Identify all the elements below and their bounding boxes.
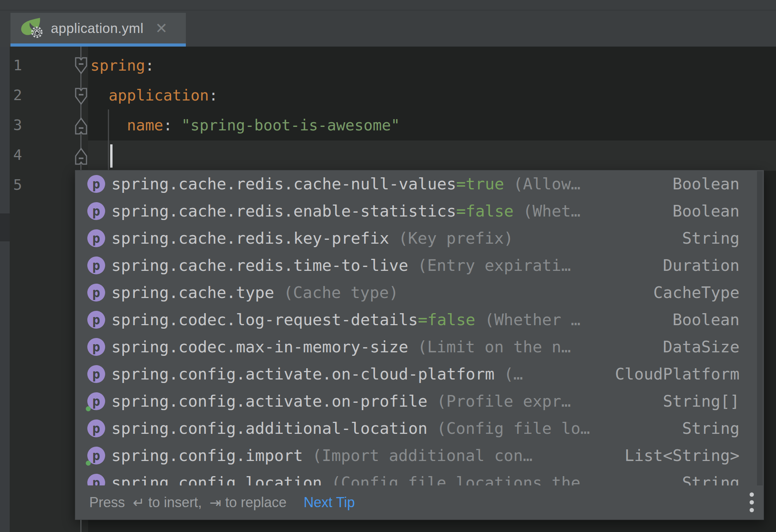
line-number: 4 bbox=[13, 140, 44, 170]
completion-item[interactable]: pspring.cache.redis.enable-statistics=fa… bbox=[75, 198, 764, 225]
property-name: spring.cache.type bbox=[111, 283, 274, 302]
hint-text: to replace bbox=[225, 494, 286, 511]
completion-list: pspring.cache.redis.cache-null-values=tr… bbox=[75, 170, 764, 486]
close-tab-icon[interactable]: ✕ bbox=[155, 20, 168, 37]
completion-item[interactable]: pspring.cache.redis.key-prefix(Key prefi… bbox=[75, 225, 764, 252]
enter-key-icon: ↵ bbox=[133, 495, 144, 511]
code-line-1: spring: bbox=[90, 50, 773, 80]
property-name: spring.cache.redis.enable-statistics bbox=[111, 202, 456, 220]
hint-text: to insert, bbox=[148, 494, 202, 511]
property-type: CacheType bbox=[653, 283, 764, 302]
property-description: (Limit on the n… bbox=[417, 338, 571, 356]
property-name: spring.cache.redis.key-prefix bbox=[111, 229, 389, 248]
property-type: Boolean bbox=[672, 310, 764, 329]
property-name: spring.config.import bbox=[111, 446, 303, 465]
property-type: String bbox=[682, 229, 764, 248]
completion-item[interactable]: pspring.codec.max-in-memory-size(Limit o… bbox=[75, 333, 764, 360]
property-description: (Import additional con… bbox=[312, 446, 533, 465]
completion-item[interactable]: pspring.config.additional-location(Confi… bbox=[75, 415, 764, 442]
completion-item[interactable]: pspring.codec.log-request-details=false(… bbox=[75, 306, 764, 333]
active-tab-indicator bbox=[10, 43, 186, 47]
property-icon: p bbox=[87, 311, 105, 329]
modified-dot-icon bbox=[86, 406, 91, 411]
yaml-string-value: "spring-boot-is-awesome" bbox=[181, 116, 400, 134]
property-default-value: =true bbox=[456, 175, 504, 193]
property-icon: p bbox=[87, 447, 105, 464]
spring-boot-file-icon bbox=[20, 17, 45, 40]
fold-marker-icon[interactable] bbox=[75, 87, 87, 105]
property-name: spring.cache.redis.time-to-live bbox=[111, 256, 408, 275]
property-description: (… bbox=[504, 365, 523, 383]
tab-application-yml[interactable]: application.yml ✕ bbox=[10, 13, 186, 43]
property-icon: p bbox=[87, 229, 105, 247]
fold-marker-icon[interactable] bbox=[75, 117, 87, 135]
tab-title: application.yml bbox=[51, 21, 144, 36]
completion-item[interactable]: pspring.config.location(Config file loca… bbox=[75, 469, 764, 486]
property-name: spring.config.additional-location bbox=[111, 419, 428, 438]
line-number: 5 bbox=[13, 170, 44, 200]
property-name: spring.cache.redis.cache-null-values bbox=[111, 175, 456, 193]
line-number: 3 bbox=[13, 110, 44, 140]
property-icon: p bbox=[87, 202, 105, 220]
tab-bar-seam bbox=[0, 10, 776, 10]
completion-item[interactable]: pspring.config.activate.on-profile(Profi… bbox=[75, 388, 764, 415]
completion-item[interactable]: pspring.config.import(Import additional … bbox=[75, 442, 764, 469]
property-description: (Profile expr… bbox=[437, 392, 571, 411]
line-number: 1 bbox=[13, 50, 44, 80]
property-icon: p bbox=[87, 338, 105, 356]
property-default-value: =false bbox=[456, 202, 514, 220]
property-type: CloudPlatform bbox=[615, 365, 764, 383]
property-type: DataSize bbox=[663, 338, 764, 356]
property-description: (Cache type) bbox=[284, 283, 398, 302]
property-default-value: =false bbox=[418, 310, 475, 329]
property-type: List<String> bbox=[625, 446, 764, 465]
property-icon: p bbox=[87, 474, 105, 486]
property-description: (Whether … bbox=[485, 310, 580, 329]
property-description: (Config file lo… bbox=[437, 419, 590, 438]
property-type: Boolean bbox=[672, 175, 764, 193]
editor-tab-bar: application.yml ✕ bbox=[0, 0, 776, 47]
next-tip-link[interactable]: Next Tip bbox=[304, 494, 355, 511]
completion-item[interactable]: pspring.cache.redis.cache-null-values=tr… bbox=[75, 170, 764, 198]
yaml-key: name bbox=[127, 116, 163, 134]
more-options-icon[interactable] bbox=[749, 492, 754, 513]
property-name: spring.codec.log-request-details bbox=[111, 310, 418, 329]
code-line-2: application: bbox=[90, 80, 773, 110]
property-icon: p bbox=[87, 284, 105, 302]
code-line-3: name:"spring-boot-is-awesome" bbox=[90, 110, 773, 140]
property-name: spring.config.activate.on-profile bbox=[111, 392, 428, 411]
tab-key-icon: ⇥ bbox=[210, 495, 221, 511]
property-icon: p bbox=[87, 392, 105, 410]
completion-item[interactable]: pspring.config.activate.on-cloud-platfor… bbox=[75, 360, 764, 388]
property-description: (Key prefix) bbox=[398, 229, 513, 248]
tool-window-stripe-block bbox=[0, 213, 10, 241]
completion-item[interactable]: pspring.cache.type(Cache type)CacheType bbox=[75, 279, 764, 306]
property-description: (Entry expirati… bbox=[417, 256, 571, 275]
modified-dot-icon bbox=[86, 461, 91, 466]
property-icon: p bbox=[87, 365, 105, 383]
popup-scrollbar[interactable] bbox=[757, 171, 763, 485]
property-icon: p bbox=[87, 256, 105, 274]
yaml-key: application bbox=[109, 87, 209, 104]
property-icon: p bbox=[87, 419, 105, 437]
fold-connector-line-below-popup bbox=[80, 520, 81, 532]
property-type: String bbox=[682, 473, 764, 486]
tool-window-stripe[interactable] bbox=[0, 47, 10, 532]
property-description: (Whet… bbox=[523, 202, 580, 220]
completion-item[interactable]: pspring.cache.redis.time-to-live(Entry e… bbox=[75, 252, 764, 279]
property-name: spring.config.location bbox=[111, 473, 322, 486]
ide-window: application.yml ✕ 1 2 3 4 5 bbox=[0, 0, 776, 532]
property-type: String[] bbox=[663, 392, 764, 411]
fold-marker-icon[interactable] bbox=[75, 57, 87, 75]
property-type: Duration bbox=[663, 256, 764, 275]
property-name: spring.config.activate.on-cloud-platform bbox=[111, 365, 494, 383]
property-type: Boolean bbox=[672, 202, 764, 220]
property-description: (Config file locations the… bbox=[331, 473, 590, 486]
completion-popup: pspring.cache.redis.cache-null-values=tr… bbox=[75, 170, 764, 520]
yaml-key: spring bbox=[90, 57, 145, 74]
completion-hint-bar: Press ↵ to insert, ⇥ to replace Next Tip bbox=[75, 485, 764, 520]
property-icon: p bbox=[87, 175, 105, 193]
hint-text: Press bbox=[89, 494, 125, 511]
current-line-highlight bbox=[88, 140, 776, 171]
fold-marker-icon[interactable] bbox=[75, 147, 87, 165]
